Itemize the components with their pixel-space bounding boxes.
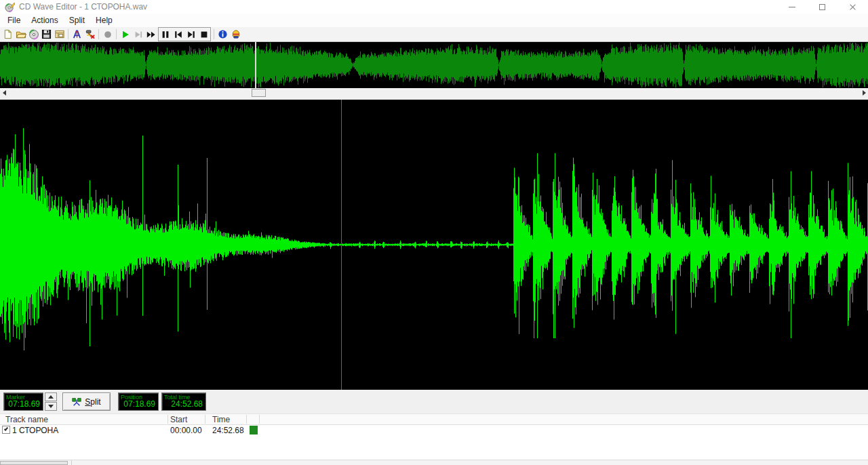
save-icon	[41, 29, 52, 39]
previous-track-button[interactable]	[172, 28, 184, 41]
split-icon	[72, 397, 81, 407]
chevron-up-icon	[48, 395, 54, 399]
main-waveform-panel[interactable]	[0, 100, 868, 390]
tools-icon	[85, 29, 96, 39]
scroll-left-button[interactable]	[0, 88, 8, 98]
toolbar-separator	[98, 29, 99, 39]
arrow-left-icon	[3, 90, 6, 96]
marker-spin-down-button[interactable]	[45, 402, 57, 411]
about-icon	[231, 29, 241, 39]
stop-button[interactable]	[197, 28, 210, 41]
header-start[interactable]: Start	[170, 415, 187, 424]
total-time-display: Total time 24:52.68	[161, 392, 206, 411]
menu-split[interactable]: Split	[64, 14, 90, 26]
toolbar-separator	[68, 29, 68, 39]
split-button[interactable]: Split	[62, 392, 111, 411]
overview-waveform[interactable]	[0, 42, 868, 88]
menubar: File Actions Split Help	[0, 14, 868, 27]
open-file-button[interactable]	[14, 28, 27, 41]
overview-cursor	[255, 42, 256, 88]
track-start: 00:00.00	[170, 426, 202, 435]
file-properties-icon	[54, 29, 65, 39]
column-separator	[205, 415, 205, 424]
stop-icon	[199, 30, 209, 39]
overview-waveform-panel[interactable]	[0, 42, 868, 88]
check-icon	[4, 426, 8, 431]
split-button-label: Split	[85, 397, 100, 407]
table-scrollbar-thumb[interactable]	[0, 461, 68, 465]
chevron-down-icon	[48, 405, 54, 408]
toolbar-separator	[214, 29, 214, 39]
marker-spin-up-button[interactable]	[45, 392, 57, 401]
track-checkbox[interactable]	[2, 426, 10, 434]
record-icon	[103, 30, 113, 39]
open-file-icon	[16, 29, 26, 39]
fast-forward-icon	[146, 30, 156, 39]
position-display: Position 07:18.69	[118, 392, 159, 411]
transport-group	[158, 27, 211, 41]
previous-track-icon	[174, 30, 183, 39]
menu-help[interactable]: Help	[90, 14, 118, 26]
close-button[interactable]	[837, 0, 868, 14]
maximize-icon	[819, 4, 825, 10]
new-file-icon	[3, 29, 13, 39]
toolbar-separator	[116, 29, 117, 39]
track-name: 1 СТОРОНА	[12, 426, 58, 435]
menu-file[interactable]: File	[2, 14, 26, 26]
scrollbar-thumb[interactable]	[252, 89, 266, 97]
scroll-right-button[interactable]	[860, 88, 868, 98]
tools-button[interactable]	[83, 28, 96, 41]
pause-icon	[161, 30, 170, 39]
open-cd-icon	[28, 29, 39, 40]
playback-cursor	[341, 100, 342, 390]
marker-display: Marker 07:18.69	[3, 392, 43, 411]
file-properties-button[interactable]	[53, 28, 66, 41]
total-time-value: 24:52.68	[171, 399, 203, 409]
titlebar: CD Wave Editor - 1 СТОРОНА.wav	[0, 0, 868, 14]
minimize-button[interactable]	[776, 0, 807, 14]
info-icon	[218, 29, 228, 39]
overview-scrollbar[interactable]	[0, 88, 868, 98]
marker-spinner	[45, 392, 57, 411]
column-separator	[259, 415, 260, 424]
table-empty-area	[0, 437, 868, 460]
app-window: CD Wave Editor - 1 СТОРОНА.wav File Acti…	[0, 0, 868, 465]
app-icon	[5, 2, 15, 12]
open-cd-button[interactable]	[27, 28, 40, 41]
window-title: CD Wave Editor - 1 СТОРОНА.wav	[19, 2, 147, 12]
add-marker-button[interactable]	[71, 28, 83, 41]
header-time[interactable]: Time	[212, 415, 230, 424]
play-selection-icon	[134, 30, 143, 39]
minimize-icon	[789, 7, 795, 7]
column-separator	[246, 415, 247, 424]
play-icon	[121, 30, 130, 39]
next-track-icon	[186, 30, 196, 39]
fast-forward-button[interactable]	[144, 28, 157, 41]
maximize-button[interactable]	[807, 0, 837, 14]
pause-button[interactable]	[159, 28, 172, 41]
next-track-button[interactable]	[184, 28, 197, 41]
column-separator	[167, 415, 168, 424]
toolbar	[0, 27, 868, 42]
new-file-button[interactable]	[1, 28, 14, 41]
close-icon	[849, 3, 856, 11]
track-time: 24:52.68	[212, 426, 244, 435]
divider	[71, 460, 72, 465]
header-track-name[interactable]: Track name	[5, 415, 48, 424]
transport-panel: Marker 07:18.69 Split Position 07:18.69 …	[0, 390, 868, 413]
main-waveform[interactable]	[0, 100, 868, 390]
track-table-header: Track name Start Time	[0, 413, 868, 425]
play-selection-button[interactable]	[132, 28, 144, 41]
record-button[interactable]	[101, 28, 114, 41]
table-row[interactable]: 1 СТОРОНА 00:00.00 24:52.68	[0, 425, 868, 437]
play-button[interactable]	[119, 28, 132, 41]
table-horizontal-scrollbar[interactable]	[0, 460, 868, 465]
arrow-right-icon	[863, 90, 866, 96]
position-value: 07:18.69	[123, 399, 155, 409]
info-button[interactable]	[216, 28, 229, 41]
save-button[interactable]	[40, 28, 53, 41]
about-button[interactable]	[229, 28, 242, 41]
menu-actions[interactable]: Actions	[26, 14, 63, 26]
track-color-swatch	[250, 426, 258, 434]
marker-value: 07:18.69	[8, 399, 40, 409]
